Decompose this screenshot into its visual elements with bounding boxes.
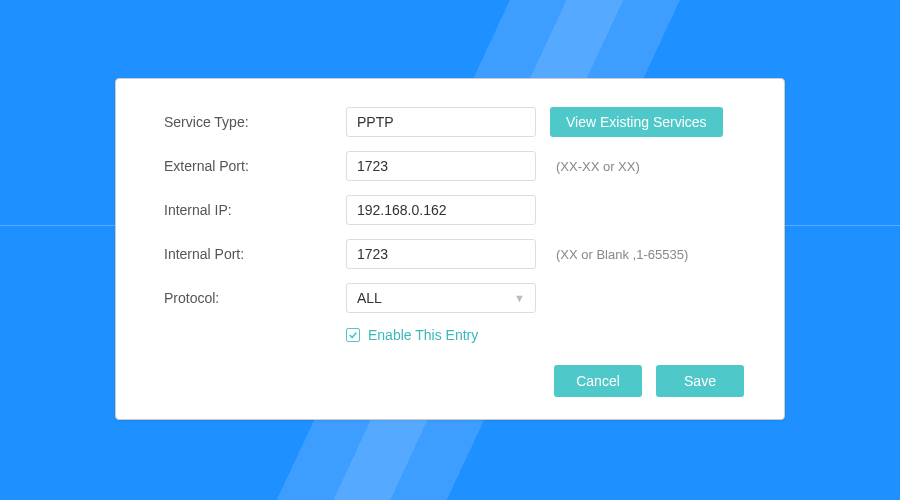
row-internal-port: Internal Port: (XX or Blank ,1-65535) — [164, 239, 754, 269]
enable-entry-label[interactable]: Enable This Entry — [368, 327, 478, 343]
label-external-port: External Port: — [164, 158, 346, 174]
external-port-text[interactable] — [357, 158, 525, 174]
external-port-input[interactable] — [346, 151, 536, 181]
port-forward-dialog: Service Type: View Existing Services Ext… — [115, 78, 785, 420]
row-protocol: Protocol: ALL ▼ — [164, 283, 754, 313]
label-protocol: Protocol: — [164, 290, 346, 306]
dialog-footer: Cancel Save — [164, 365, 754, 397]
chevron-down-icon: ▼ — [514, 292, 525, 304]
protocol-value: ALL — [357, 290, 382, 306]
service-type-text[interactable] — [357, 114, 525, 130]
internal-port-input[interactable] — [346, 239, 536, 269]
row-external-port: External Port: (XX-XX or XX) — [164, 151, 754, 181]
row-internal-ip: Internal IP: — [164, 195, 754, 225]
label-service-type: Service Type: — [164, 114, 346, 130]
internal-ip-text[interactable] — [357, 202, 525, 218]
protocol-select[interactable]: ALL ▼ — [346, 283, 536, 313]
label-internal-port: Internal Port: — [164, 246, 346, 262]
label-internal-ip: Internal IP: — [164, 202, 346, 218]
check-icon — [348, 330, 358, 340]
service-type-input[interactable] — [346, 107, 536, 137]
hint-external-port: (XX-XX or XX) — [556, 159, 640, 174]
internal-ip-input[interactable] — [346, 195, 536, 225]
row-enable-entry: Enable This Entry — [346, 327, 754, 343]
row-service-type: Service Type: View Existing Services — [164, 107, 754, 137]
internal-port-text[interactable] — [357, 246, 525, 262]
cancel-button[interactable]: Cancel — [554, 365, 642, 397]
enable-entry-checkbox[interactable] — [346, 328, 360, 342]
view-existing-services-button[interactable]: View Existing Services — [550, 107, 723, 137]
hint-internal-port: (XX or Blank ,1-65535) — [556, 247, 688, 262]
save-button[interactable]: Save — [656, 365, 744, 397]
